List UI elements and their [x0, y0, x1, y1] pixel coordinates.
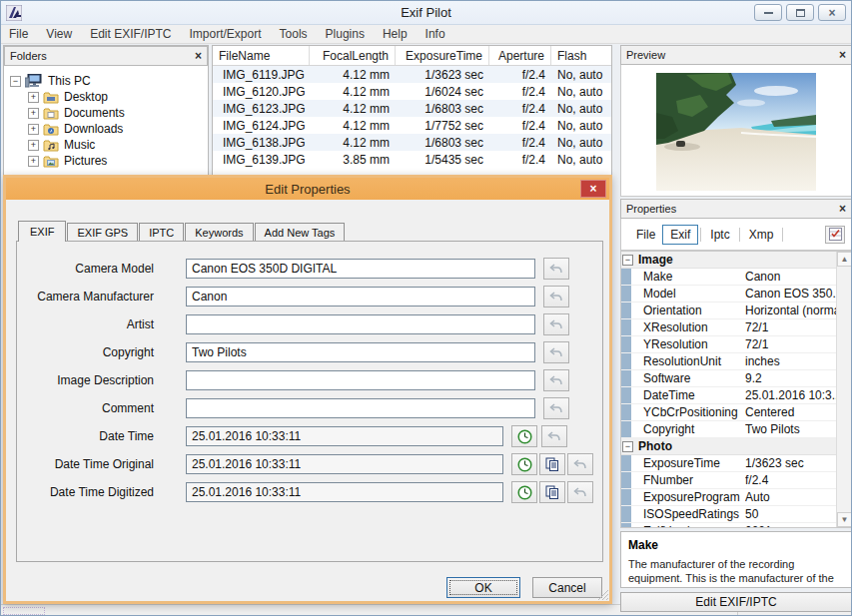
group-collapse-icon[interactable]: − [622, 255, 633, 266]
undo-button[interactable] [543, 258, 569, 280]
property-row[interactable]: YCbCrPositioningCentered [621, 404, 837, 421]
tree-expand-icon[interactable]: + [28, 140, 39, 151]
column-header-flash[interactable]: Flash [551, 46, 609, 65]
menu-info[interactable]: Info [426, 27, 445, 41]
tree-item-music[interactable]: + Music [28, 137, 95, 153]
date-time-original-input[interactable] [186, 454, 503, 474]
field-label: Image Description [14, 373, 154, 387]
property-row[interactable]: ResolutionUnitinches [621, 353, 837, 370]
ok-button[interactable]: OK [446, 577, 520, 598]
menu-help[interactable]: Help [383, 27, 408, 41]
comment-input[interactable] [186, 398, 535, 418]
tab-exif-gps[interactable]: EXIF GPS [67, 223, 138, 241]
property-row[interactable]: YResolution72/1 [621, 336, 837, 353]
menu-tools[interactable]: Tools [280, 27, 308, 41]
copy-button[interactable] [539, 453, 565, 475]
preview-close-icon[interactable]: × [839, 49, 846, 61]
scroll-up-icon[interactable]: ▲ [837, 252, 852, 267]
cancel-button[interactable]: Cancel [532, 577, 602, 598]
group-collapse-icon[interactable]: − [622, 441, 633, 452]
file-row[interactable]: IMG_6123.JPG 4.12 mm 1/6803 sec f/2.4 No… [213, 100, 611, 117]
tree-item-this-pc[interactable]: − This PC [10, 73, 91, 89]
copy-button[interactable] [539, 481, 565, 503]
undo-button[interactable] [543, 397, 569, 419]
column-header-filename[interactable]: FileName [213, 46, 310, 65]
column-header-exposuretime[interactable]: ExposureTime [396, 46, 489, 65]
menu-edit-exif-iptc[interactable]: Edit EXIF/IPTC [90, 27, 171, 41]
grid-scrollbar[interactable]: ▲ ▼ [836, 252, 851, 527]
tab-xmp[interactable]: Xmp [742, 226, 781, 244]
date-time-digitized-input[interactable] [186, 482, 503, 502]
clock-button[interactable] [511, 425, 537, 447]
undo-button[interactable] [567, 481, 593, 503]
undo-button[interactable] [541, 425, 567, 447]
minimize-button[interactable] [754, 4, 782, 21]
tree-item-desktop[interactable]: + Desktop [28, 89, 108, 105]
copyright-input[interactable] [186, 342, 535, 362]
undo-icon [549, 263, 563, 275]
tree-item-downloads[interactable]: + Downloads [28, 121, 123, 137]
group-row-photo[interactable]: − Photo [621, 438, 837, 455]
tab-exif[interactable]: Exif [662, 225, 698, 245]
image-description-input[interactable] [186, 370, 535, 390]
tab-iptc[interactable]: IPTC [139, 223, 184, 241]
menu-plugins[interactable]: Plugins [326, 27, 365, 41]
camera-manufacturer-input[interactable] [186, 287, 535, 307]
property-row[interactable]: ExifVersion0221 [621, 523, 837, 528]
tree-expand-icon[interactable]: + [28, 108, 39, 119]
property-row[interactable]: ISOSpeedRatings50 [621, 506, 837, 523]
tree-expand-icon[interactable]: + [28, 156, 39, 167]
column-header-focallength[interactable]: FocalLength [310, 46, 396, 65]
property-row[interactable]: OrientationHorizontal (normal) [621, 303, 837, 319]
group-row-image[interactable]: − Image [621, 252, 837, 269]
dialog-close-button[interactable]: × [580, 180, 606, 198]
property-row[interactable]: DateTime25.01.2016 10:3... [621, 387, 837, 404]
edit-tags-icon-button[interactable] [825, 226, 845, 244]
clock-button[interactable] [511, 481, 537, 503]
folders-close-icon[interactable]: × [195, 50, 202, 62]
menu-import-export[interactable]: Import/Export [190, 27, 262, 41]
undo-button[interactable] [543, 369, 569, 391]
menu-file[interactable]: File [9, 27, 28, 41]
edit-exif-iptc-button[interactable]: Edit EXIF/IPTC [620, 592, 852, 612]
camera-model-input[interactable] [186, 259, 535, 279]
tab-exif[interactable]: EXIF [18, 221, 66, 242]
file-row[interactable]: IMG_6119.JPG 4.12 mm 1/3623 sec f/2.4 No… [213, 66, 611, 83]
property-row[interactable]: CopyrightTwo Pilots [621, 421, 837, 438]
property-row[interactable]: ModelCanon EOS 350... [621, 286, 837, 303]
undo-button[interactable] [543, 313, 569, 335]
tree-expand-icon[interactable]: + [28, 124, 39, 135]
maximize-button[interactable] [786, 4, 814, 21]
clock-button[interactable] [511, 453, 537, 475]
undo-button[interactable] [543, 341, 569, 363]
tree-expand-icon[interactable]: + [28, 92, 39, 103]
tree-item-pictures[interactable]: + Pictures [28, 153, 107, 169]
property-row[interactable]: Software9.2 [621, 370, 837, 387]
property-row[interactable]: ExposureProgramAuto [621, 489, 837, 506]
file-row[interactable]: IMG_6124.JPG 4.12 mm 1/7752 sec f/2.4 No… [213, 117, 611, 134]
tree-item-documents[interactable]: + Documents [28, 105, 125, 121]
undo-button[interactable] [543, 286, 569, 308]
tab-iptc[interactable]: Iptc [703, 226, 736, 244]
date-time-input[interactable] [186, 426, 503, 446]
property-row[interactable]: ExposureTime1/3623 sec [621, 455, 837, 472]
close-button[interactable]: × [818, 4, 846, 21]
artist-input[interactable] [186, 314, 535, 334]
column-header-aperture[interactable]: Aperture [489, 46, 551, 65]
file-row[interactable]: IMG_6120.JPG 4.12 mm 1/6024 sec f/2.4 No… [213, 83, 611, 100]
tab-keywords[interactable]: Keywords [185, 223, 253, 241]
resize-grip[interactable] [595, 587, 608, 600]
scroll-down-icon[interactable]: ▼ [837, 512, 852, 527]
property-row[interactable]: XResolution72/1 [621, 319, 837, 336]
undo-button[interactable] [567, 453, 593, 475]
dialog-titlebar[interactable]: Edit Properties × [6, 178, 609, 200]
tab-add-new-tags[interactable]: Add New Tags [255, 223, 346, 241]
tree-collapse-icon[interactable]: − [10, 76, 21, 87]
properties-close-icon[interactable]: × [839, 203, 846, 215]
tab-file[interactable]: File [629, 226, 662, 244]
property-row[interactable]: FNumberf/2.4 [621, 472, 837, 489]
file-row[interactable]: IMG_6138.JPG 4.12 mm 1/6803 sec f/2.4 No… [213, 134, 611, 151]
menu-view[interactable]: View [46, 27, 72, 41]
file-row[interactable]: IMG_6139.JPG 3.85 mm 1/5435 sec f/2.4 No… [213, 151, 611, 168]
property-row[interactable]: MakeCanon [621, 269, 837, 286]
